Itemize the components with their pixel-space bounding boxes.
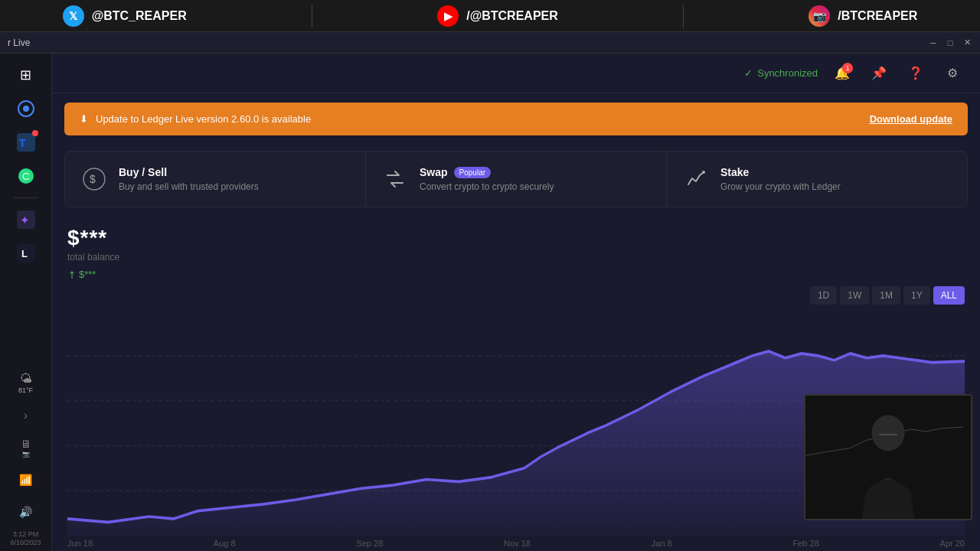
- svg-point-18: [871, 415, 904, 451]
- settings-button[interactable]: ⚙: [940, 61, 965, 86]
- stake-text: Stake Grow your crypto with Ledger: [720, 166, 841, 192]
- download-update-link[interactable]: Download update: [870, 113, 952, 125]
- youtube-icon: ▶: [437, 5, 459, 27]
- sidebar-icon-weather: 🌤 81°F: [11, 368, 41, 399]
- minimize-button[interactable]: ─: [928, 37, 939, 48]
- help-button[interactable]: ❓: [903, 61, 928, 86]
- time-btn-1y[interactable]: 1Y: [903, 286, 930, 305]
- youtube-handle: /@BTCREAPER: [466, 9, 558, 23]
- buy-sell-title: Buy / Sell: [119, 166, 259, 178]
- buy-sell-text: Buy / Sell Buy and sell with trusted pro…: [119, 166, 259, 192]
- pin-button[interactable]: 📌: [867, 61, 891, 86]
- svg-text:L: L: [21, 248, 28, 259]
- buy-sell-icon: $: [80, 165, 108, 193]
- sync-check-icon: ✓: [744, 67, 753, 79]
- sidebar-icon-figma[interactable]: ✦: [11, 204, 41, 235]
- svg-point-1: [23, 106, 29, 112]
- swap-text: Swap Popular Convert crypto to crypto se…: [420, 166, 554, 192]
- chart-time-filters: 1D 1W 1M 1Y ALL: [52, 286, 980, 311]
- sidebar-icon-chrome[interactable]: [11, 93, 41, 124]
- system-date: 6/10/2023: [10, 539, 41, 548]
- svg-text:C: C: [22, 171, 29, 182]
- sidebar-icon-green[interactable]: C: [11, 161, 41, 191]
- maximize-button[interactable]: □: [945, 37, 956, 48]
- webcam-content: [805, 396, 971, 519]
- instagram-icon: 📷: [808, 5, 830, 27]
- balance-change: ↗ $***: [67, 269, 965, 280]
- x-label-3: Nov 18: [504, 539, 531, 548]
- sidebar: ⊞ T C ✦: [0, 54, 52, 551]
- buy-sell-card[interactable]: $ Buy / Sell Buy and sell with trusted p…: [65, 152, 366, 207]
- x-label-1: Aug 8: [214, 539, 236, 548]
- swap-desc: Convert crypto to crypto securely: [420, 181, 554, 192]
- stake-desc: Grow your crypto with Ledger: [720, 181, 841, 192]
- svg-text:✦: ✦: [20, 214, 30, 227]
- twitter-icon: 𝕏: [63, 5, 84, 27]
- window-chrome: r Live ─ □ ✕: [0, 32, 980, 54]
- x-label-2: Sep 28: [356, 539, 383, 548]
- close-button[interactable]: ✕: [962, 37, 972, 48]
- stake-title: Stake: [720, 166, 841, 178]
- window-title: r Live: [8, 37, 30, 48]
- instagram-social[interactable]: 📷 /BTCREAPER: [808, 5, 917, 27]
- header-bar: ✓ Synchronized 🔔 1 📌 ❓ ⚙: [52, 54, 980, 93]
- twitter-social[interactable]: 𝕏 @BTC_REAPER: [63, 5, 187, 27]
- window-controls: ─ □ ✕: [928, 37, 972, 48]
- instagram-handle: /BTCREAPER: [838, 9, 917, 23]
- balance-label: total balance: [67, 252, 965, 262]
- update-banner-left: ⬇ Update to Ledger Live version 2.60.0 i…: [80, 113, 311, 125]
- sidebar-icon-tradingview[interactable]: T: [11, 127, 41, 158]
- sidebar-icon-desktop[interactable]: 🖥 📷: [11, 432, 41, 463]
- x-label-5: Feb 28: [793, 539, 819, 548]
- update-banner: ⬇ Update to Ledger Live version 2.60.0 i…: [64, 103, 968, 135]
- stake-card[interactable]: Stake Grow your crypto with Ledger: [667, 152, 967, 207]
- sync-status: ✓ Synchronized: [744, 67, 818, 79]
- divider-1: [312, 5, 312, 28]
- x-label-4: Jan 8: [652, 539, 672, 548]
- svg-text:T: T: [19, 137, 26, 149]
- service-cards: $ Buy / Sell Buy and sell with trusted p…: [64, 151, 968, 207]
- x-label-0: Jun 18: [67, 539, 93, 548]
- sidebar-icon-network[interactable]: 📶: [11, 465, 41, 495]
- webcam-overlay: [804, 394, 972, 520]
- sidebar-icon-sound[interactable]: 🔊: [11, 497, 41, 527]
- notification-badge: 1: [842, 63, 853, 73]
- swap-card[interactable]: Swap Popular Convert crypto to crypto se…: [366, 152, 667, 207]
- balance-amount: $***: [67, 226, 965, 250]
- sidebar-icon-grid[interactable]: ⊞: [11, 60, 41, 90]
- notifications-button[interactable]: 🔔 1: [830, 61, 854, 86]
- time-btn-1d[interactable]: 1D: [810, 286, 837, 305]
- time-btn-1w[interactable]: 1W: [840, 286, 869, 305]
- sidebar-separator: [14, 197, 38, 198]
- swap-icon: [381, 165, 409, 193]
- time-btn-1m[interactable]: 1M: [872, 286, 900, 305]
- sidebar-icon-ledger[interactable]: L: [11, 238, 41, 269]
- divider-2: [683, 5, 684, 28]
- popular-badge: Popular: [454, 167, 491, 178]
- twitter-handle: @BTC_REAPER: [92, 9, 187, 23]
- sidebar-collapse-arrow[interactable]: ›: [11, 400, 41, 431]
- time-btn-all[interactable]: ALL: [933, 286, 965, 305]
- balance-section: $*** total balance ↗ $***: [52, 214, 980, 286]
- youtube-social[interactable]: ▶ /@BTCREAPER: [437, 5, 558, 27]
- balance-change-value: $***: [79, 269, 96, 280]
- update-message: Update to Ledger Live version 2.60.0 is …: [96, 113, 311, 125]
- download-icon: ⬇: [80, 113, 88, 125]
- chart-x-labels: Jun 18 Aug 8 Sep 28 Nov 18 Jan 8 Feb 28 …: [52, 536, 980, 551]
- svg-text:$: $: [90, 173, 96, 185]
- tradingview-badge: [32, 130, 38, 136]
- swap-title: Swap Popular: [420, 166, 554, 178]
- sync-label: Synchronized: [757, 67, 818, 79]
- svg-point-12: [702, 171, 705, 174]
- balance-change-arrow: ↗: [64, 267, 78, 281]
- stake-icon: [682, 165, 710, 193]
- social-bar: 𝕏 @BTC_REAPER ▶ /@BTCREAPER 📷 /BTCREAPER: [0, 0, 980, 32]
- system-time: 3:12 PM: [10, 530, 41, 540]
- buy-sell-desc: Buy and sell with trusted providers: [119, 181, 259, 192]
- x-label-6: Apr 20: [940, 539, 965, 548]
